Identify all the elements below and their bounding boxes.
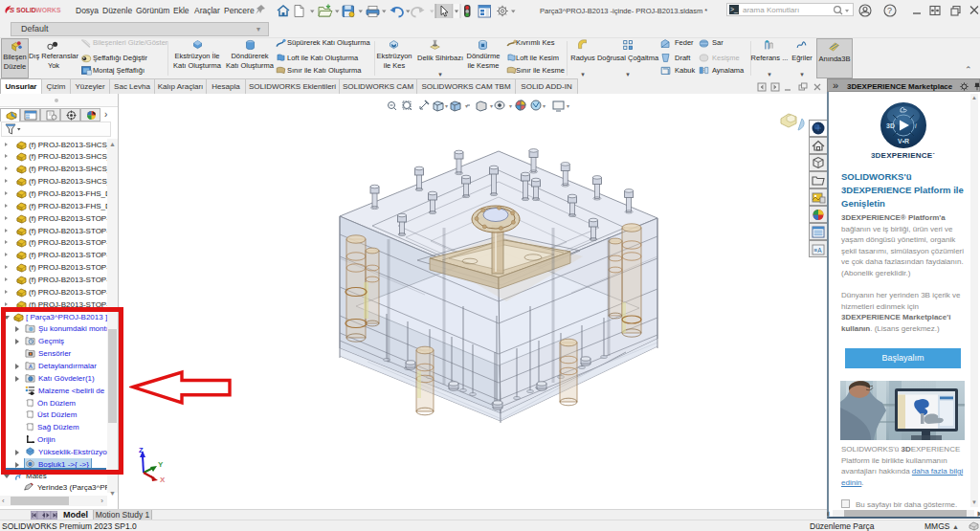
svg-text:Y: Y (158, 460, 164, 469)
svg-text:▾: ▾ (465, 103, 468, 109)
svg-text:3D: 3D (886, 122, 895, 129)
svg-text:WORKS: WORKS (35, 7, 61, 13)
svg-text:≡A: ≡A (814, 247, 823, 254)
svg-text:S: S (10, 6, 14, 14)
svg-text:V•R: V•R (898, 138, 909, 144)
svg-text:▾: ▾ (490, 103, 493, 109)
svg-text:SOLID: SOLID (16, 7, 36, 13)
svg-text:X: X (160, 476, 166, 484)
svg-text:Z: Z (139, 446, 144, 454)
svg-text:▾: ▾ (567, 103, 569, 109)
svg-text:▾: ▾ (543, 103, 546, 109)
svg-text:▾: ▾ (445, 103, 448, 109)
svg-text:?: ? (887, 6, 892, 15)
svg-text:▾: ▾ (509, 103, 512, 109)
